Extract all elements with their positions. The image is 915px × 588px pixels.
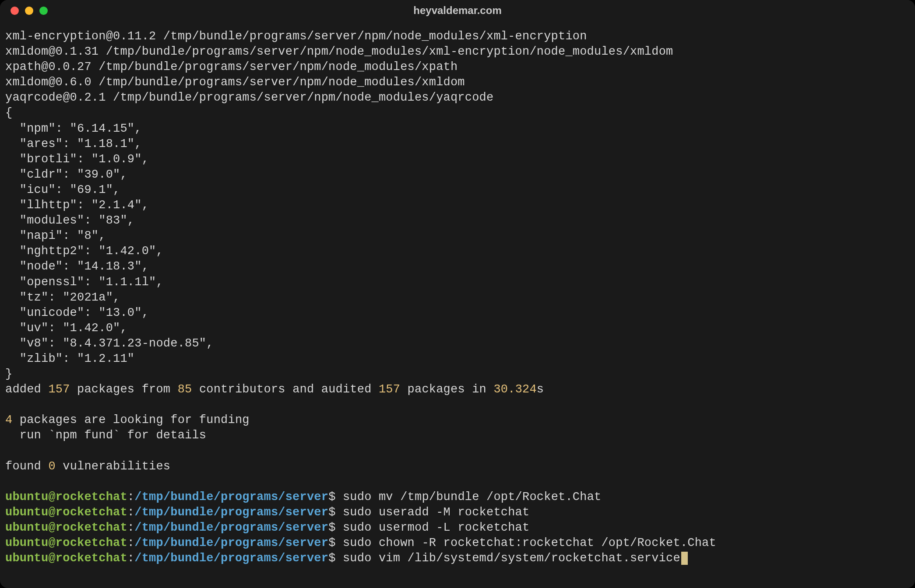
json-line: "v8": "8.4.371.23-node.85", [5, 337, 214, 350]
command: sudo usermod -L rocketchat [343, 521, 529, 534]
json-open: { [5, 106, 12, 119]
json-line: "icu": "69.1", [5, 183, 120, 196]
output-line: yaqrcode@0.2.1 /tmp/bundle/programs/serv… [5, 91, 493, 104]
funding-hint: run `npm fund` for details [5, 429, 206, 442]
command-input[interactable]: sudo vim /lib/systemd/system/rocketchat.… [343, 552, 680, 565]
traffic-lights [11, 7, 48, 15]
command: sudo chown -R rocketchat:rocketchat /opt… [343, 536, 716, 550]
json-line: "unicode": "13.0", [5, 306, 149, 319]
output-line: xml-encryption@0.11.2 /tmp/bundle/progra… [5, 30, 587, 43]
summary-line: added 157 packages from 85 contributors … [5, 383, 544, 396]
json-line: "modules": "83", [5, 214, 134, 227]
cursor-icon [681, 552, 688, 565]
prompt-line: ubuntu@rocketchat:/tmp/bundle/programs/s… [5, 490, 601, 504]
json-line: "uv": "1.42.0", [5, 322, 127, 335]
funding-line: 4 packages are looking for funding [5, 413, 250, 427]
command: sudo useradd -M rocketchat [343, 506, 529, 519]
close-icon[interactable] [11, 7, 19, 15]
json-line: "node": "14.18.3", [5, 260, 149, 273]
json-line: "llhttp": "2.1.4", [5, 199, 149, 212]
output-line: xmldom@0.1.31 /tmp/bundle/programs/serve… [5, 45, 673, 58]
json-line: "nghttp2": "1.42.0", [5, 245, 163, 258]
output-line: xpath@0.0.27 /tmp/bundle/programs/server… [5, 60, 458, 74]
prompt-line: ubuntu@rocketchat:/tmp/bundle/programs/s… [5, 521, 529, 534]
output-line: xmldom@0.6.0 /tmp/bundle/programs/server… [5, 76, 465, 89]
prompt-line: ubuntu@rocketchat:/tmp/bundle/programs/s… [5, 506, 529, 519]
json-line: "npm": "6.14.15", [5, 122, 142, 135]
prompt-line[interactable]: ubuntu@rocketchat:/tmp/bundle/programs/s… [5, 552, 688, 565]
minimize-icon[interactable] [25, 7, 33, 15]
json-line: "napi": "8", [5, 229, 106, 242]
json-line: "ares": "1.18.1", [5, 137, 142, 150]
json-line: "brotli": "1.0.9", [5, 153, 149, 166]
terminal-window: heyvaldemar.com xml-encryption@0.11.2 /t… [0, 0, 915, 588]
json-line: "tz": "2021a", [5, 291, 120, 304]
command: sudo mv /tmp/bundle /opt/Rocket.Chat [343, 490, 602, 504]
vuln-line: found 0 vulnerabilities [5, 460, 170, 473]
window-title: heyvaldemar.com [413, 4, 501, 17]
json-line: "openssl": "1.1.1l", [5, 276, 163, 289]
json-close: } [5, 368, 12, 381]
terminal-body[interactable]: xml-encryption@0.11.2 /tmp/bundle/progra… [0, 21, 915, 588]
json-line: "cldr": "39.0", [5, 168, 127, 181]
titlebar: heyvaldemar.com [0, 0, 915, 21]
json-line: "zlib": "1.2.11" [5, 352, 134, 365]
prompt-line: ubuntu@rocketchat:/tmp/bundle/programs/s… [5, 536, 716, 550]
maximize-icon[interactable] [39, 7, 48, 15]
